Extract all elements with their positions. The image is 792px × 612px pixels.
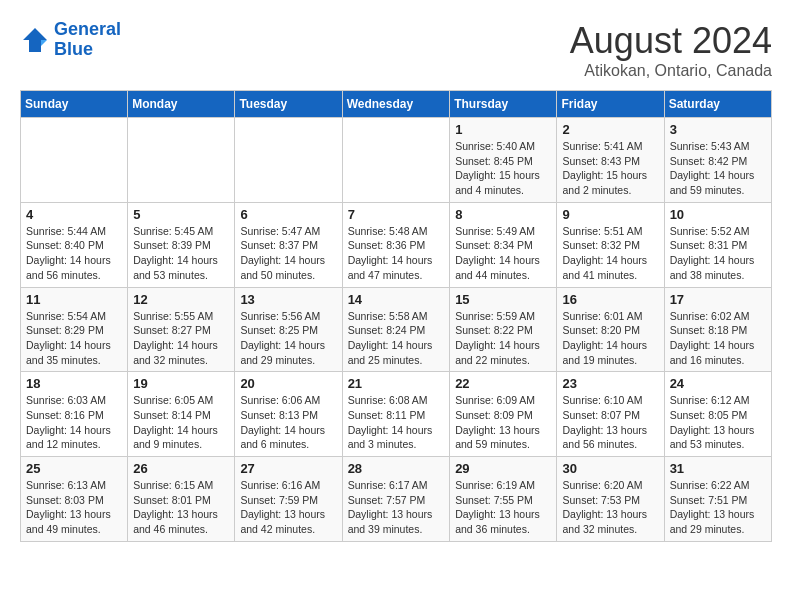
cell-day-number: 16 <box>562 292 658 307</box>
calendar-cell: 24Sunrise: 6:12 AM Sunset: 8:05 PM Dayli… <box>664 372 771 457</box>
calendar-cell: 25Sunrise: 6:13 AM Sunset: 8:03 PM Dayli… <box>21 457 128 542</box>
cell-day-number: 18 <box>26 376 122 391</box>
week-row-5: 25Sunrise: 6:13 AM Sunset: 8:03 PM Dayli… <box>21 457 772 542</box>
calendar-cell: 7Sunrise: 5:48 AM Sunset: 8:36 PM Daylig… <box>342 202 450 287</box>
calendar-cell: 2Sunrise: 5:41 AM Sunset: 8:43 PM Daylig… <box>557 118 664 203</box>
cell-day-number: 9 <box>562 207 658 222</box>
cell-day-number: 2 <box>562 122 658 137</box>
page-header: General Blue August 2024 Atikokan, Ontar… <box>20 20 772 80</box>
cell-day-number: 29 <box>455 461 551 476</box>
cell-info: Sunrise: 6:03 AM Sunset: 8:16 PM Dayligh… <box>26 393 122 452</box>
cell-day-number: 21 <box>348 376 445 391</box>
day-header-thursday: Thursday <box>450 91 557 118</box>
calendar-cell: 29Sunrise: 6:19 AM Sunset: 7:55 PM Dayli… <box>450 457 557 542</box>
cell-day-number: 26 <box>133 461 229 476</box>
cell-info: Sunrise: 6:12 AM Sunset: 8:05 PM Dayligh… <box>670 393 766 452</box>
logo-line2: Blue <box>54 39 93 59</box>
calendar-cell: 22Sunrise: 6:09 AM Sunset: 8:09 PM Dayli… <box>450 372 557 457</box>
day-header-sunday: Sunday <box>21 91 128 118</box>
cell-info: Sunrise: 6:16 AM Sunset: 7:59 PM Dayligh… <box>240 478 336 537</box>
cell-day-number: 27 <box>240 461 336 476</box>
cell-info: Sunrise: 5:54 AM Sunset: 8:29 PM Dayligh… <box>26 309 122 368</box>
calendar-cell: 9Sunrise: 5:51 AM Sunset: 8:32 PM Daylig… <box>557 202 664 287</box>
cell-day-number: 14 <box>348 292 445 307</box>
calendar-cell: 18Sunrise: 6:03 AM Sunset: 8:16 PM Dayli… <box>21 372 128 457</box>
cell-day-number: 20 <box>240 376 336 391</box>
cell-info: Sunrise: 6:02 AM Sunset: 8:18 PM Dayligh… <box>670 309 766 368</box>
cell-info: Sunrise: 5:51 AM Sunset: 8:32 PM Dayligh… <box>562 224 658 283</box>
cell-info: Sunrise: 5:49 AM Sunset: 8:34 PM Dayligh… <box>455 224 551 283</box>
calendar-cell: 26Sunrise: 6:15 AM Sunset: 8:01 PM Dayli… <box>128 457 235 542</box>
calendar-cell: 21Sunrise: 6:08 AM Sunset: 8:11 PM Dayli… <box>342 372 450 457</box>
cell-info: Sunrise: 5:59 AM Sunset: 8:22 PM Dayligh… <box>455 309 551 368</box>
week-row-2: 4Sunrise: 5:44 AM Sunset: 8:40 PM Daylig… <box>21 202 772 287</box>
cell-day-number: 12 <box>133 292 229 307</box>
calendar-header: SundayMondayTuesdayWednesdayThursdayFrid… <box>21 91 772 118</box>
calendar-cell <box>342 118 450 203</box>
cell-day-number: 17 <box>670 292 766 307</box>
cell-info: Sunrise: 6:19 AM Sunset: 7:55 PM Dayligh… <box>455 478 551 537</box>
day-header-monday: Monday <box>128 91 235 118</box>
calendar-cell: 17Sunrise: 6:02 AM Sunset: 8:18 PM Dayli… <box>664 287 771 372</box>
cell-day-number: 25 <box>26 461 122 476</box>
cell-info: Sunrise: 5:48 AM Sunset: 8:36 PM Dayligh… <box>348 224 445 283</box>
calendar-cell: 8Sunrise: 5:49 AM Sunset: 8:34 PM Daylig… <box>450 202 557 287</box>
cell-info: Sunrise: 5:47 AM Sunset: 8:37 PM Dayligh… <box>240 224 336 283</box>
cell-info: Sunrise: 6:15 AM Sunset: 8:01 PM Dayligh… <box>133 478 229 537</box>
day-header-tuesday: Tuesday <box>235 91 342 118</box>
calendar-body: 1Sunrise: 5:40 AM Sunset: 8:45 PM Daylig… <box>21 118 772 542</box>
cell-info: Sunrise: 6:17 AM Sunset: 7:57 PM Dayligh… <box>348 478 445 537</box>
cell-info: Sunrise: 6:05 AM Sunset: 8:14 PM Dayligh… <box>133 393 229 452</box>
subtitle: Atikokan, Ontario, Canada <box>570 62 772 80</box>
cell-day-number: 6 <box>240 207 336 222</box>
day-header-wednesday: Wednesday <box>342 91 450 118</box>
cell-day-number: 30 <box>562 461 658 476</box>
cell-info: Sunrise: 5:52 AM Sunset: 8:31 PM Dayligh… <box>670 224 766 283</box>
cell-info: Sunrise: 6:10 AM Sunset: 8:07 PM Dayligh… <box>562 393 658 452</box>
calendar-cell: 6Sunrise: 5:47 AM Sunset: 8:37 PM Daylig… <box>235 202 342 287</box>
logo: General Blue <box>20 20 121 60</box>
calendar-cell: 30Sunrise: 6:20 AM Sunset: 7:53 PM Dayli… <box>557 457 664 542</box>
calendar-cell: 19Sunrise: 6:05 AM Sunset: 8:14 PM Dayli… <box>128 372 235 457</box>
svg-marker-1 <box>41 40 47 46</box>
calendar-cell: 27Sunrise: 6:16 AM Sunset: 7:59 PM Dayli… <box>235 457 342 542</box>
calendar-cell <box>128 118 235 203</box>
cell-info: Sunrise: 6:13 AM Sunset: 8:03 PM Dayligh… <box>26 478 122 537</box>
days-of-week-row: SundayMondayTuesdayWednesdayThursdayFrid… <box>21 91 772 118</box>
calendar-cell: 23Sunrise: 6:10 AM Sunset: 8:07 PM Dayli… <box>557 372 664 457</box>
cell-day-number: 3 <box>670 122 766 137</box>
week-row-3: 11Sunrise: 5:54 AM Sunset: 8:29 PM Dayli… <box>21 287 772 372</box>
calendar-cell: 16Sunrise: 6:01 AM Sunset: 8:20 PM Dayli… <box>557 287 664 372</box>
calendar-cell: 11Sunrise: 5:54 AM Sunset: 8:29 PM Dayli… <box>21 287 128 372</box>
cell-info: Sunrise: 5:44 AM Sunset: 8:40 PM Dayligh… <box>26 224 122 283</box>
calendar-cell: 3Sunrise: 5:43 AM Sunset: 8:42 PM Daylig… <box>664 118 771 203</box>
cell-info: Sunrise: 6:06 AM Sunset: 8:13 PM Dayligh… <box>240 393 336 452</box>
cell-info: Sunrise: 5:55 AM Sunset: 8:27 PM Dayligh… <box>133 309 229 368</box>
calendar-cell: 12Sunrise: 5:55 AM Sunset: 8:27 PM Dayli… <box>128 287 235 372</box>
logo-icon <box>20 25 50 55</box>
cell-info: Sunrise: 6:20 AM Sunset: 7:53 PM Dayligh… <box>562 478 658 537</box>
calendar-cell: 5Sunrise: 5:45 AM Sunset: 8:39 PM Daylig… <box>128 202 235 287</box>
cell-day-number: 11 <box>26 292 122 307</box>
cell-info: Sunrise: 6:09 AM Sunset: 8:09 PM Dayligh… <box>455 393 551 452</box>
calendar-cell: 15Sunrise: 5:59 AM Sunset: 8:22 PM Dayli… <box>450 287 557 372</box>
cell-day-number: 28 <box>348 461 445 476</box>
cell-day-number: 13 <box>240 292 336 307</box>
calendar-cell: 20Sunrise: 6:06 AM Sunset: 8:13 PM Dayli… <box>235 372 342 457</box>
cell-info: Sunrise: 6:08 AM Sunset: 8:11 PM Dayligh… <box>348 393 445 452</box>
cell-info: Sunrise: 5:45 AM Sunset: 8:39 PM Dayligh… <box>133 224 229 283</box>
cell-info: Sunrise: 5:40 AM Sunset: 8:45 PM Dayligh… <box>455 139 551 198</box>
cell-day-number: 7 <box>348 207 445 222</box>
cell-day-number: 22 <box>455 376 551 391</box>
cell-info: Sunrise: 5:58 AM Sunset: 8:24 PM Dayligh… <box>348 309 445 368</box>
cell-day-number: 8 <box>455 207 551 222</box>
title-block: August 2024 Atikokan, Ontario, Canada <box>570 20 772 80</box>
cell-info: Sunrise: 6:01 AM Sunset: 8:20 PM Dayligh… <box>562 309 658 368</box>
cell-info: Sunrise: 5:41 AM Sunset: 8:43 PM Dayligh… <box>562 139 658 198</box>
day-header-saturday: Saturday <box>664 91 771 118</box>
cell-info: Sunrise: 5:56 AM Sunset: 8:25 PM Dayligh… <box>240 309 336 368</box>
calendar-cell: 31Sunrise: 6:22 AM Sunset: 7:51 PM Dayli… <box>664 457 771 542</box>
cell-info: Sunrise: 6:22 AM Sunset: 7:51 PM Dayligh… <box>670 478 766 537</box>
cell-day-number: 24 <box>670 376 766 391</box>
main-title: August 2024 <box>570 20 772 62</box>
